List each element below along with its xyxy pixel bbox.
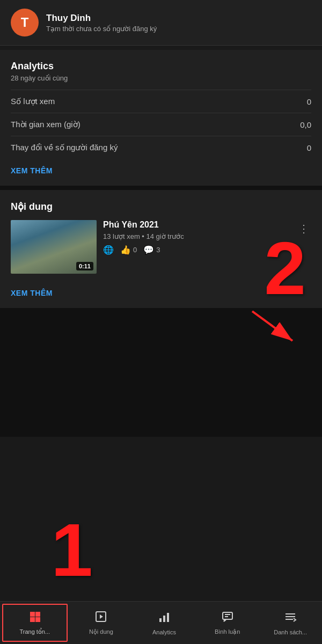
analytics-title: Analytics: [11, 61, 311, 72]
section-divider: [0, 186, 322, 190]
annotation-number-2: 2: [264, 231, 306, 306]
stat-row-subscribers: Thay đổi về số người đăng ký 0: [11, 136, 311, 159]
bottom-nav: Trang tổn... Nội dung Analytics: [0, 601, 322, 644]
list-icon: [284, 611, 297, 627]
svg-rect-10: [167, 613, 169, 622]
comment-count: 3: [156, 246, 160, 254]
nav-item-analytics[interactable]: Analytics: [133, 602, 196, 644]
nav-label-home: Trang tổn...: [19, 628, 50, 635]
analytics-see-more[interactable]: XEM THÊM: [11, 159, 311, 186]
svg-rect-9: [163, 616, 165, 622]
video-duration: 0:11: [76, 262, 93, 270]
nav-label-analytics: Analytics: [152, 629, 176, 635]
annotation-arrow-2: [247, 306, 301, 351]
bar-chart-icon: [158, 611, 171, 627]
svg-rect-2: [30, 612, 35, 617]
globe-action: 🌐: [103, 245, 114, 255]
nav-item-home[interactable]: Trang tổn...: [2, 604, 68, 642]
svg-rect-8: [159, 618, 162, 622]
stat-value-watchtime: 0,0: [300, 120, 311, 129]
annotation-number-1: 1: [51, 513, 93, 588]
content-title: Nội dung: [11, 201, 311, 213]
stat-row-views: Số lượt xem 0: [11, 90, 311, 113]
nav-item-comments[interactable]: Bình luận: [196, 602, 259, 644]
nav-label-comments: Bình luận: [215, 628, 240, 635]
like-icon: 👍: [120, 245, 131, 255]
analytics-section: Analytics 28 ngày cuối cùng Số lượt xem …: [0, 50, 322, 186]
stat-label-watchtime: Thời gian xem (giờ): [11, 120, 80, 129]
stat-value-subscribers: 0: [307, 143, 311, 152]
svg-marker-7: [100, 614, 103, 619]
grid-icon: [28, 610, 41, 626]
svg-rect-11: [223, 612, 232, 619]
svg-rect-4: [30, 617, 35, 622]
stat-value-views: 0: [307, 97, 311, 106]
like-action: 👍 0: [120, 245, 137, 255]
globe-icon: 🌐: [103, 245, 114, 255]
like-count: 0: [133, 246, 137, 254]
svg-rect-5: [35, 617, 40, 622]
stat-label-subscribers: Thay đổi về số người đăng ký: [11, 143, 118, 152]
channel-subtitle: Tạm thời chưa có số người đăng ký: [46, 25, 157, 33]
comment-action: 💬 3: [143, 245, 160, 255]
nav-item-content[interactable]: Nội dung: [70, 602, 133, 644]
stat-label-views: Số lượt xem: [11, 97, 55, 106]
svg-line-1: [252, 311, 292, 341]
channel-header: T Thuy Dinh Tạm thời chưa có số người đă…: [0, 0, 322, 46]
video-thumbnail[interactable]: 0:11: [11, 220, 97, 274]
comment-icon: 💬: [143, 245, 154, 255]
channel-info: Thuy Dinh Tạm thời chưa có số người đăng…: [46, 13, 157, 33]
analytics-subtitle: 28 ngày cuối cùng: [11, 74, 311, 82]
avatar: T: [11, 9, 39, 36]
nav-label-playlists: Danh sách...: [274, 629, 307, 635]
comment-nav-icon: [221, 610, 234, 626]
channel-name: Thuy Dinh: [46, 13, 157, 24]
nav-label-content: Nội dung: [89, 628, 113, 635]
svg-rect-3: [35, 612, 40, 617]
nav-item-playlists[interactable]: Danh sách...: [259, 602, 322, 644]
play-icon: [94, 610, 107, 626]
stat-row-watchtime: Thời gian xem (giờ) 0,0: [11, 113, 311, 136]
